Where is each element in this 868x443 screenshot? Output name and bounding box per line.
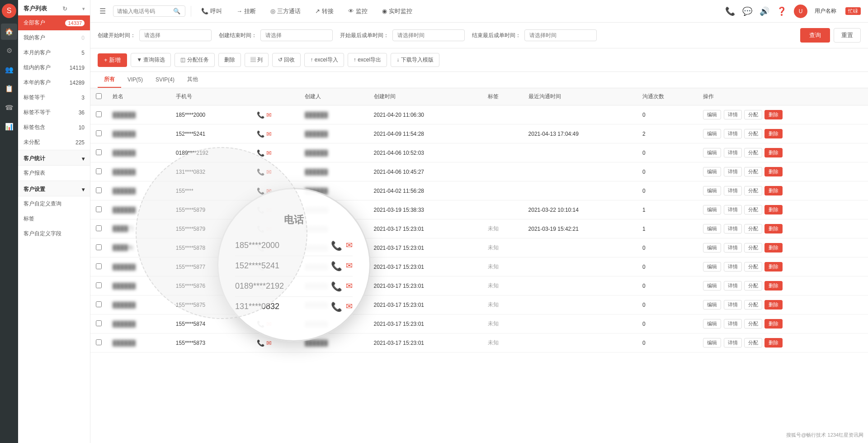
row-select-checkbox[interactable] [96,244,102,250]
edit-button[interactable]: 编辑 [703,300,721,310]
new-button[interactable]: + 新增 [98,53,127,67]
detail-button[interactable]: 详情 [724,167,742,176]
detail-button[interactable]: 详情 [724,319,742,329]
assign-button[interactable]: 分配 [744,129,762,138]
message-icon[interactable]: 💬 [742,6,752,16]
delete-button[interactable]: 删除 [764,129,783,138]
collapse-icon[interactable]: ▾ [82,6,85,11]
tab-svip[interactable]: SVIP(4) [149,73,181,87]
assign-button[interactable]: 分配 [744,300,762,310]
tab-all[interactable]: 所有 [98,72,121,88]
assign-button[interactable]: 分配 [744,262,762,272]
detail-button[interactable]: 详情 [724,110,742,119]
select-all-checkbox[interactable] [96,93,102,99]
left-icon-stats[interactable]: 📊 [1,119,17,135]
settings-section-header[interactable]: 客户设置 ▾ [18,181,90,196]
detail-button[interactable]: 详情 [724,129,742,138]
nav-item-customer-report[interactable]: 客户报表 [18,166,90,181]
delete-button[interactable]: 删除 [764,224,783,233]
nav-item-unassigned[interactable]: 未分配 225 [18,135,90,150]
recycle-btn[interactable]: ↺ 回收 [272,53,301,67]
edit-button[interactable]: 编辑 [703,281,721,291]
nav-item-custom-query[interactable]: 客户自定义查询 [18,196,90,211]
list-btn[interactable]: ▤ 列 [245,53,269,67]
row-select-checkbox[interactable] [96,149,102,155]
assign-button[interactable]: 分配 [744,148,762,157]
call-icon[interactable]: 📞 [257,149,264,157]
edit-button[interactable]: 编辑 [703,338,721,348]
detail-button[interactable]: 详情 [724,262,742,272]
row-select-checkbox[interactable] [96,206,102,212]
left-icon-tasks[interactable]: 📋 [1,81,17,97]
row-select-checkbox[interactable] [96,111,102,117]
help-icon[interactable]: ❓ [777,6,787,16]
edit-button[interactable]: 编辑 [703,148,721,157]
export-btn[interactable]: ↑ excel导出 [348,53,387,67]
edit-button[interactable]: 编辑 [703,167,721,176]
transfer-button[interactable]: ↗ 转接 [311,5,338,18]
import-btn[interactable]: ↑ excel导入 [304,53,344,67]
delete-button[interactable]: 删除 [764,110,783,119]
volume-icon[interactable]: 🔊 [760,6,769,16]
call-icon[interactable]: 📞 [257,130,264,138]
call-icon[interactable]: 📞 [257,339,264,347]
left-icon-settings[interactable]: ⚙ [1,43,17,59]
detail-button[interactable]: 详情 [724,243,742,252]
assign-button[interactable]: 分配 [744,224,762,233]
nav-item-tag-contains[interactable]: 标签包含 10 [18,120,90,135]
popup-msg-icon-3[interactable]: ✉ [346,281,353,292]
tab-vip[interactable]: VIP(5) [121,73,149,87]
reset-button[interactable]: 重置 [834,28,861,43]
message-icon[interactable]: ✉ [266,149,272,157]
popup-msg-icon-2[interactable]: ✉ [346,261,353,272]
detail-button[interactable]: 详情 [724,300,742,310]
row-select-checkbox[interactable] [96,301,102,307]
delete-button[interactable]: 删除 [764,300,783,310]
hangup-button[interactable]: → 挂断 [232,5,260,18]
filter-last-order-start-input[interactable] [392,29,465,41]
popup-call-icon-4[interactable]: 📞 [331,301,342,312]
popup-call-icon-1[interactable]: 📞 [331,240,342,251]
assign-button[interactable]: 分配 [744,186,762,195]
delete-button[interactable]: 删除 [764,319,783,329]
call-icon[interactable]: 📞 [257,168,264,176]
nav-item-group-customers[interactable]: 组内的客户 14119 [18,60,90,75]
delete-button[interactable]: 删除 [764,148,783,157]
query-button[interactable]: 查询 [800,28,830,43]
nav-item-my-customers[interactable]: 我的客户 0 [18,30,90,45]
row-select-checkbox[interactable] [96,282,102,288]
row-select-checkbox[interactable] [96,225,102,231]
row-select-checkbox[interactable] [96,320,102,326]
detail-button[interactable]: 详情 [724,186,742,195]
edit-button[interactable]: 编辑 [703,262,721,272]
popup-call-icon-3[interactable]: 📞 [331,281,342,292]
edit-button[interactable]: 编辑 [703,243,721,252]
realtime-monitor-button[interactable]: ◉ 实时监控 [377,5,417,18]
call-button[interactable]: 📞 呼叫 [197,5,226,18]
delete-button[interactable]: 删除 [764,205,783,214]
nav-item-tags[interactable]: 标签 [18,211,90,226]
edit-button[interactable]: 编辑 [703,186,721,195]
nav-item-all-customers[interactable]: 全部客户 14337 [18,15,90,30]
popup-msg-icon-1[interactable]: ✉ [346,240,353,251]
phone-popup[interactable]: 电话 185****2000 📞 ✉ 152****5241 📞 [217,188,371,342]
stats-section-header[interactable]: 客户统计 ▾ [18,150,90,166]
edit-button[interactable]: 编辑 [703,319,721,329]
filter-create-start-input[interactable] [139,29,212,41]
monitor-button[interactable]: 👁 监控 [344,5,372,18]
detail-button[interactable]: 详情 [724,148,742,157]
filter-last-order-end-input[interactable] [524,29,597,41]
message-icon[interactable]: ✉ [266,339,272,347]
call-icon[interactable]: 📞 [257,111,264,119]
nav-item-year-customers[interactable]: 本年的客户 14289 [18,75,90,90]
delete-button[interactable]: 删除 [764,262,783,272]
assign-button[interactable]: 分配 [744,319,762,329]
assign-button[interactable]: 分配 [744,281,762,291]
left-icon-home[interactable]: 🏠 [1,24,17,40]
assign-button[interactable]: 分配 [744,338,762,348]
menu-toggle-button[interactable]: ☰ [98,5,108,17]
message-icon[interactable]: ✉ [266,168,272,176]
row-select-checkbox[interactable] [96,339,102,345]
delete-button[interactable]: 删除 [764,167,783,176]
message-icon[interactable]: ✉ [266,130,272,138]
